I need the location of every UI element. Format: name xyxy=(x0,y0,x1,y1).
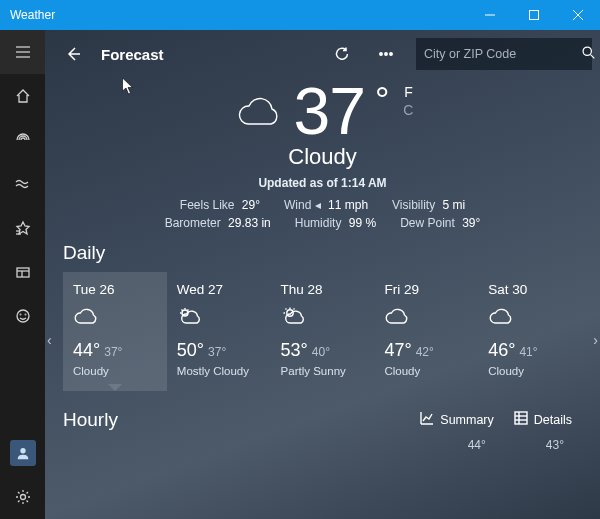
current-temp: 37 xyxy=(294,78,365,144)
sidebar-item-feedback[interactable] xyxy=(0,294,45,338)
sidebar-item-maps[interactable] xyxy=(0,162,45,206)
svg-rect-24 xyxy=(515,412,527,424)
degree-symbol: ° xyxy=(375,80,389,122)
hourly-temp: 43° xyxy=(546,438,564,452)
partly-sunny-icon xyxy=(281,305,365,332)
svg-point-16 xyxy=(20,495,25,500)
search-box[interactable] xyxy=(416,38,592,70)
daily-card[interactable]: Tue 2644°37°Cloudy xyxy=(63,272,167,391)
current-condition: Cloudy xyxy=(45,144,600,170)
day-name: Fri 29 xyxy=(384,282,468,297)
sidebar xyxy=(0,30,45,519)
day-low: 40° xyxy=(312,345,330,359)
current-conditions: 37 ° F C Cloudy Updated as of 1:14 AM Fe… xyxy=(45,78,600,230)
day-high: 44° xyxy=(73,340,100,360)
day-high: 47° xyxy=(384,340,411,360)
svg-rect-1 xyxy=(530,11,539,20)
sidebar-item-favorites[interactable] xyxy=(0,206,45,250)
search-icon xyxy=(581,45,596,64)
svg-point-17 xyxy=(380,53,382,55)
svg-point-14 xyxy=(25,314,26,315)
day-high: 46° xyxy=(488,340,515,360)
svg-point-18 xyxy=(385,53,387,55)
sidebar-item-home[interactable] xyxy=(0,74,45,118)
hourly-temp: 44° xyxy=(468,438,486,452)
svg-line-21 xyxy=(591,54,595,58)
svg-rect-9 xyxy=(17,268,29,277)
day-name: Tue 26 xyxy=(73,282,157,297)
day-low: 37° xyxy=(208,345,226,359)
stat-item: Feels Like 29° xyxy=(180,198,260,212)
daily-forecast: Tue 2644°37°CloudyWed 2750°37°Mostly Clo… xyxy=(63,272,582,391)
hourly-title: Hourly xyxy=(63,409,118,431)
updated-text: Updated as of 1:14 AM xyxy=(45,176,600,190)
day-high: 50° xyxy=(177,340,204,360)
cloud-icon xyxy=(73,305,157,332)
daily-prev-button[interactable]: ‹ xyxy=(47,332,52,348)
cloud-icon xyxy=(384,305,468,332)
hourly-details-button[interactable]: Details xyxy=(504,405,582,434)
list-icon xyxy=(514,411,528,428)
day-condition: Cloudy xyxy=(73,365,157,377)
day-name: Sat 30 xyxy=(488,282,572,297)
chart-icon xyxy=(420,411,434,428)
day-name: Thu 28 xyxy=(281,282,365,297)
mostly-cloudy-icon xyxy=(177,305,261,332)
daily-card[interactable]: Thu 2853°40°Partly Sunny xyxy=(271,272,375,391)
stat-item: Humidity 99 % xyxy=(295,216,376,230)
unit-c[interactable]: C xyxy=(403,102,413,118)
daily-next-button[interactable]: › xyxy=(593,332,598,348)
day-condition: Mostly Cloudy xyxy=(177,365,261,377)
window-title: Weather xyxy=(0,8,55,22)
back-button[interactable] xyxy=(53,34,93,74)
daily-card[interactable]: Sat 3046°41°Cloudy xyxy=(478,272,582,391)
current-stats: Feels Like 29°Wind ◂ 11 mphVisibility 5 … xyxy=(45,198,600,230)
maximize-button[interactable] xyxy=(512,0,556,30)
topbar: Forecast xyxy=(45,30,600,78)
avatar-icon xyxy=(10,440,36,466)
stat-item: Visibility 5 mi xyxy=(392,198,465,212)
svg-point-20 xyxy=(583,47,591,55)
more-button[interactable] xyxy=(366,34,406,74)
day-high: 53° xyxy=(281,340,308,360)
unit-toggle[interactable]: F C xyxy=(403,84,413,118)
svg-point-13 xyxy=(20,314,21,315)
stat-item: Barometer 29.83 in xyxy=(165,216,271,230)
cloud-icon xyxy=(488,305,572,332)
page-title: Forecast xyxy=(97,46,168,63)
svg-point-15 xyxy=(20,448,25,453)
window-controls xyxy=(468,0,600,30)
hamburger-button[interactable] xyxy=(0,30,45,74)
day-low: 42° xyxy=(416,345,434,359)
close-button[interactable] xyxy=(556,0,600,30)
cloud-icon xyxy=(232,78,284,146)
hourly-peek-temps: 44°43° xyxy=(45,434,600,452)
daily-card[interactable]: Fri 2947°42°Cloudy xyxy=(374,272,478,391)
unit-f[interactable]: F xyxy=(403,84,413,100)
search-input[interactable] xyxy=(424,47,581,61)
sidebar-item-profile[interactable] xyxy=(0,431,45,475)
refresh-button[interactable] xyxy=(322,34,362,74)
main-content: Forecast 37 ° F C Cloudy Updated as xyxy=(45,30,600,519)
stat-item: Dew Point 39° xyxy=(400,216,480,230)
sidebar-item-settings[interactable] xyxy=(0,475,45,519)
svg-point-12 xyxy=(17,310,29,322)
minimize-button[interactable] xyxy=(468,0,512,30)
day-condition: Cloudy xyxy=(384,365,468,377)
window-titlebar: Weather xyxy=(0,0,600,30)
svg-point-19 xyxy=(390,53,392,55)
stat-item: Wind ◂ 11 mph xyxy=(284,198,368,212)
sidebar-item-radar[interactable] xyxy=(0,118,45,162)
day-condition: Partly Sunny xyxy=(281,365,365,377)
daily-card[interactable]: Wed 2750°37°Mostly Cloudy xyxy=(167,272,271,391)
day-low: 41° xyxy=(519,345,537,359)
daily-title: Daily xyxy=(45,230,600,272)
day-name: Wed 27 xyxy=(177,282,261,297)
day-condition: Cloudy xyxy=(488,365,572,377)
sidebar-item-history[interactable] xyxy=(0,250,45,294)
hourly-summary-button[interactable]: Summary xyxy=(410,405,503,434)
day-low: 37° xyxy=(104,345,122,359)
